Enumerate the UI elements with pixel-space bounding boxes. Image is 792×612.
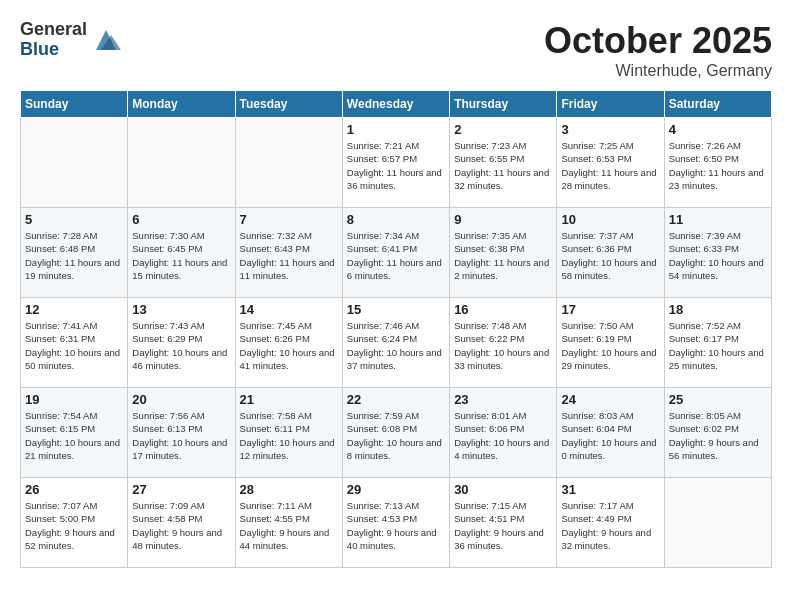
day-number: 27: [132, 482, 230, 497]
calendar-cell: 26Sunrise: 7:07 AM Sunset: 5:00 PM Dayli…: [21, 478, 128, 568]
day-info: Sunrise: 7:52 AM Sunset: 6:17 PM Dayligh…: [669, 319, 767, 372]
logo-icon: [91, 25, 121, 55]
day-number: 26: [25, 482, 123, 497]
day-number: 21: [240, 392, 338, 407]
day-info: Sunrise: 8:03 AM Sunset: 6:04 PM Dayligh…: [561, 409, 659, 462]
header-wednesday: Wednesday: [342, 91, 449, 118]
logo: General Blue: [20, 20, 121, 60]
location-title: Winterhude, Germany: [544, 62, 772, 80]
day-info: Sunrise: 7:23 AM Sunset: 6:55 PM Dayligh…: [454, 139, 552, 192]
day-number: 30: [454, 482, 552, 497]
day-number: 9: [454, 212, 552, 227]
calendar-cell: 7Sunrise: 7:32 AM Sunset: 6:43 PM Daylig…: [235, 208, 342, 298]
calendar-cell: [235, 118, 342, 208]
calendar-week-row: 1Sunrise: 7:21 AM Sunset: 6:57 PM Daylig…: [21, 118, 772, 208]
calendar-cell: 27Sunrise: 7:09 AM Sunset: 4:58 PM Dayli…: [128, 478, 235, 568]
calendar-cell: 3Sunrise: 7:25 AM Sunset: 6:53 PM Daylig…: [557, 118, 664, 208]
calendar-cell: 21Sunrise: 7:58 AM Sunset: 6:11 PM Dayli…: [235, 388, 342, 478]
calendar-cell: 1Sunrise: 7:21 AM Sunset: 6:57 PM Daylig…: [342, 118, 449, 208]
day-number: 14: [240, 302, 338, 317]
calendar-cell: 11Sunrise: 7:39 AM Sunset: 6:33 PM Dayli…: [664, 208, 771, 298]
day-number: 22: [347, 392, 445, 407]
calendar-cell: 30Sunrise: 7:15 AM Sunset: 4:51 PM Dayli…: [450, 478, 557, 568]
header-tuesday: Tuesday: [235, 91, 342, 118]
calendar-week-row: 12Sunrise: 7:41 AM Sunset: 6:31 PM Dayli…: [21, 298, 772, 388]
day-info: Sunrise: 7:09 AM Sunset: 4:58 PM Dayligh…: [132, 499, 230, 552]
day-info: Sunrise: 7:54 AM Sunset: 6:15 PM Dayligh…: [25, 409, 123, 462]
day-number: 17: [561, 302, 659, 317]
calendar-week-row: 5Sunrise: 7:28 AM Sunset: 6:48 PM Daylig…: [21, 208, 772, 298]
header-monday: Monday: [128, 91, 235, 118]
calendar-cell: 15Sunrise: 7:46 AM Sunset: 6:24 PM Dayli…: [342, 298, 449, 388]
calendar-cell: 2Sunrise: 7:23 AM Sunset: 6:55 PM Daylig…: [450, 118, 557, 208]
day-number: 1: [347, 122, 445, 137]
day-number: 23: [454, 392, 552, 407]
calendar-cell: 31Sunrise: 7:17 AM Sunset: 4:49 PM Dayli…: [557, 478, 664, 568]
calendar-header-row: SundayMondayTuesdayWednesdayThursdayFrid…: [21, 91, 772, 118]
day-number: 18: [669, 302, 767, 317]
day-number: 11: [669, 212, 767, 227]
month-title: October 2025: [544, 20, 772, 62]
day-info: Sunrise: 7:07 AM Sunset: 5:00 PM Dayligh…: [25, 499, 123, 552]
header-thursday: Thursday: [450, 91, 557, 118]
calendar-cell: 14Sunrise: 7:45 AM Sunset: 6:26 PM Dayli…: [235, 298, 342, 388]
day-info: Sunrise: 8:05 AM Sunset: 6:02 PM Dayligh…: [669, 409, 767, 462]
header-sunday: Sunday: [21, 91, 128, 118]
day-number: 25: [669, 392, 767, 407]
day-number: 20: [132, 392, 230, 407]
day-info: Sunrise: 7:17 AM Sunset: 4:49 PM Dayligh…: [561, 499, 659, 552]
day-info: Sunrise: 7:13 AM Sunset: 4:53 PM Dayligh…: [347, 499, 445, 552]
day-number: 4: [669, 122, 767, 137]
logo-general-text: General: [20, 20, 87, 40]
logo-blue-text: Blue: [20, 40, 87, 60]
calendar-week-row: 26Sunrise: 7:07 AM Sunset: 5:00 PM Dayli…: [21, 478, 772, 568]
calendar-cell: 9Sunrise: 7:35 AM Sunset: 6:38 PM Daylig…: [450, 208, 557, 298]
day-number: 19: [25, 392, 123, 407]
day-info: Sunrise: 7:58 AM Sunset: 6:11 PM Dayligh…: [240, 409, 338, 462]
calendar-cell: 5Sunrise: 7:28 AM Sunset: 6:48 PM Daylig…: [21, 208, 128, 298]
calendar-cell: 13Sunrise: 7:43 AM Sunset: 6:29 PM Dayli…: [128, 298, 235, 388]
title-block: October 2025 Winterhude, Germany: [544, 20, 772, 80]
day-info: Sunrise: 7:43 AM Sunset: 6:29 PM Dayligh…: [132, 319, 230, 372]
calendar-cell: 22Sunrise: 7:59 AM Sunset: 6:08 PM Dayli…: [342, 388, 449, 478]
day-info: Sunrise: 7:37 AM Sunset: 6:36 PM Dayligh…: [561, 229, 659, 282]
day-info: Sunrise: 7:21 AM Sunset: 6:57 PM Dayligh…: [347, 139, 445, 192]
day-number: 16: [454, 302, 552, 317]
calendar-cell: [128, 118, 235, 208]
day-info: Sunrise: 7:41 AM Sunset: 6:31 PM Dayligh…: [25, 319, 123, 372]
day-info: Sunrise: 7:30 AM Sunset: 6:45 PM Dayligh…: [132, 229, 230, 282]
day-number: 12: [25, 302, 123, 317]
day-info: Sunrise: 7:15 AM Sunset: 4:51 PM Dayligh…: [454, 499, 552, 552]
day-number: 8: [347, 212, 445, 227]
calendar-table: SundayMondayTuesdayWednesdayThursdayFrid…: [20, 90, 772, 568]
day-info: Sunrise: 7:50 AM Sunset: 6:19 PM Dayligh…: [561, 319, 659, 372]
day-number: 28: [240, 482, 338, 497]
day-info: Sunrise: 8:01 AM Sunset: 6:06 PM Dayligh…: [454, 409, 552, 462]
day-info: Sunrise: 7:11 AM Sunset: 4:55 PM Dayligh…: [240, 499, 338, 552]
day-info: Sunrise: 7:48 AM Sunset: 6:22 PM Dayligh…: [454, 319, 552, 372]
header-friday: Friday: [557, 91, 664, 118]
day-info: Sunrise: 7:46 AM Sunset: 6:24 PM Dayligh…: [347, 319, 445, 372]
day-number: 5: [25, 212, 123, 227]
day-number: 13: [132, 302, 230, 317]
day-info: Sunrise: 7:39 AM Sunset: 6:33 PM Dayligh…: [669, 229, 767, 282]
day-info: Sunrise: 7:45 AM Sunset: 6:26 PM Dayligh…: [240, 319, 338, 372]
calendar-cell: [21, 118, 128, 208]
calendar-cell: 17Sunrise: 7:50 AM Sunset: 6:19 PM Dayli…: [557, 298, 664, 388]
day-info: Sunrise: 7:26 AM Sunset: 6:50 PM Dayligh…: [669, 139, 767, 192]
day-number: 6: [132, 212, 230, 227]
calendar-cell: 8Sunrise: 7:34 AM Sunset: 6:41 PM Daylig…: [342, 208, 449, 298]
day-number: 31: [561, 482, 659, 497]
calendar-cell: 18Sunrise: 7:52 AM Sunset: 6:17 PM Dayli…: [664, 298, 771, 388]
calendar-week-row: 19Sunrise: 7:54 AM Sunset: 6:15 PM Dayli…: [21, 388, 772, 478]
day-info: Sunrise: 7:25 AM Sunset: 6:53 PM Dayligh…: [561, 139, 659, 192]
day-number: 2: [454, 122, 552, 137]
calendar-cell: [664, 478, 771, 568]
day-info: Sunrise: 7:28 AM Sunset: 6:48 PM Dayligh…: [25, 229, 123, 282]
day-info: Sunrise: 7:56 AM Sunset: 6:13 PM Dayligh…: [132, 409, 230, 462]
day-number: 10: [561, 212, 659, 227]
calendar-cell: 10Sunrise: 7:37 AM Sunset: 6:36 PM Dayli…: [557, 208, 664, 298]
calendar-cell: 25Sunrise: 8:05 AM Sunset: 6:02 PM Dayli…: [664, 388, 771, 478]
calendar-cell: 16Sunrise: 7:48 AM Sunset: 6:22 PM Dayli…: [450, 298, 557, 388]
day-number: 29: [347, 482, 445, 497]
